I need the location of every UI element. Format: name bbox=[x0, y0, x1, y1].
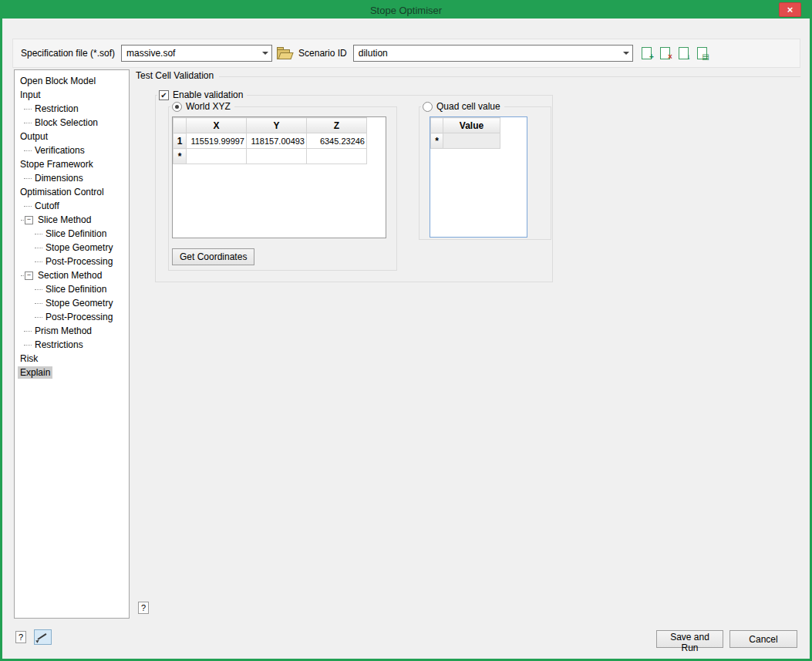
tree-item-prism-method[interactable]: Prism Method bbox=[15, 324, 129, 338]
corner-cell bbox=[174, 118, 187, 133]
scenario-actions: + × ↓ ▤ bbox=[640, 47, 709, 60]
notes-pencil-icon[interactable] bbox=[34, 629, 52, 645]
tree-item-verifications[interactable]: Verifications bbox=[15, 143, 129, 157]
tree-item-slice-definition-1[interactable]: Slice Definition bbox=[15, 227, 129, 241]
header-row: Value bbox=[431, 118, 500, 133]
value-grid[interactable]: Value * bbox=[430, 116, 527, 238]
tree-item-open-block-model[interactable]: Open Block Model bbox=[15, 74, 129, 88]
tree-item-output[interactable]: Output bbox=[15, 130, 129, 143]
cell-y[interactable]: 118157.00493 bbox=[247, 133, 307, 149]
enable-validation-legend: ✔ Enable validation bbox=[157, 89, 247, 100]
quad-cell-radio[interactable] bbox=[423, 102, 433, 112]
cell-x[interactable] bbox=[187, 149, 247, 164]
tree-item-restrictions[interactable]: Restrictions bbox=[15, 338, 129, 352]
scenario-combobox[interactable]: dilution bbox=[353, 45, 633, 62]
chevron-down-icon[interactable] bbox=[259, 46, 271, 61]
header-row: X Y Z bbox=[174, 118, 367, 133]
scenario-add-icon[interactable]: + bbox=[640, 47, 653, 60]
cell-value[interactable] bbox=[443, 133, 500, 149]
tree-item-stope-geometry-1[interactable]: Stope Geometry bbox=[15, 241, 129, 255]
tree-item-stope-framework[interactable]: Stope Framework bbox=[15, 157, 129, 171]
corner-cell bbox=[431, 118, 443, 133]
row-header: * bbox=[174, 149, 187, 164]
cell-z[interactable]: 6345.23246 bbox=[307, 133, 367, 149]
column-header-x[interactable]: X bbox=[187, 118, 247, 133]
spec-file-value: massive.sof bbox=[122, 48, 259, 59]
tree-item-cutoff[interactable]: Cutoff bbox=[15, 199, 129, 213]
cell-x[interactable]: 115519.99997 bbox=[187, 133, 247, 149]
column-header-z[interactable]: Z bbox=[307, 118, 367, 133]
tree-item-restriction[interactable]: Restriction bbox=[15, 102, 129, 116]
titlebar[interactable]: Stope Optimiser × bbox=[2, 2, 810, 19]
window-title: Stope Optimiser bbox=[370, 5, 442, 16]
row-header: 1 bbox=[174, 133, 187, 149]
enable-validation-checkbox[interactable]: ✔ bbox=[159, 90, 169, 100]
tree-item-slice-method[interactable]: −Slice Method bbox=[15, 213, 129, 227]
quad-cell-group: Quad cell value Value * bbox=[419, 101, 551, 240]
table-row: * bbox=[174, 149, 367, 164]
row-header: * bbox=[431, 133, 443, 149]
scenario-id-label: Scenario ID bbox=[298, 48, 347, 59]
navigation-tree: Open Block Model Input Restriction Block… bbox=[14, 69, 130, 619]
quad-cell-label: Quad cell value bbox=[436, 101, 500, 112]
table-row: 1 115519.99997 118157.00493 6345.23246 bbox=[174, 133, 367, 149]
check-icon: ✔ bbox=[160, 91, 167, 99]
world-xyz-group: World XYZ X Y Z bbox=[168, 101, 397, 271]
spec-file-label: Specification file (*.sof) bbox=[21, 48, 115, 59]
cell-z[interactable] bbox=[307, 149, 367, 164]
tree-item-explain[interactable]: Explain bbox=[15, 366, 129, 379]
tree-item-post-processing-2[interactable]: Post-Processing bbox=[15, 310, 129, 324]
tree-item-slice-definition-2[interactable]: Slice Definition bbox=[15, 282, 129, 296]
enable-validation-label: Enable validation bbox=[173, 89, 243, 100]
collapse-icon[interactable]: − bbox=[25, 216, 33, 224]
tree-item-section-method[interactable]: −Section Method bbox=[15, 268, 129, 282]
group-title: Test Cell Validation bbox=[136, 70, 219, 81]
tree-item-block-selection[interactable]: Block Selection bbox=[15, 116, 129, 130]
tree-item-input[interactable]: Input bbox=[15, 88, 129, 102]
get-coordinates-button[interactable]: Get Coordinates bbox=[172, 248, 254, 265]
column-header-y[interactable]: Y bbox=[247, 118, 307, 133]
quad-cell-legend: Quad cell value bbox=[421, 101, 504, 112]
panel-help-icon[interactable]: ? bbox=[138, 602, 149, 614]
tree-item-post-processing-1[interactable]: Post-Processing bbox=[15, 255, 129, 268]
scenario-import-icon[interactable]: ↓ bbox=[677, 47, 690, 60]
group-divider bbox=[219, 76, 800, 77]
tree-item-risk[interactable]: Risk bbox=[15, 352, 129, 366]
save-and-run-button[interactable]: Save and Run bbox=[656, 630, 723, 648]
test-cell-validation-group: Test Cell Validation bbox=[136, 69, 800, 81]
collapse-icon[interactable]: − bbox=[25, 271, 33, 280]
tree-item-stope-geometry-2[interactable]: Stope Geometry bbox=[15, 296, 129, 310]
dialog-help-icon[interactable]: ? bbox=[15, 631, 26, 643]
browse-folder-icon[interactable] bbox=[277, 47, 292, 59]
world-xyz-label: World XYZ bbox=[186, 101, 231, 112]
close-button[interactable]: × bbox=[779, 2, 801, 17]
tree-item-dimensions[interactable]: Dimensions bbox=[15, 171, 129, 185]
coordinates-grid[interactable]: X Y Z 1 115519.99997 118157.00493 6345.2… bbox=[172, 116, 386, 238]
spec-file-combobox[interactable]: massive.sof bbox=[121, 45, 272, 62]
cell-y[interactable] bbox=[247, 149, 307, 164]
table-row: * bbox=[431, 133, 500, 149]
enable-validation-group: ✔ Enable validation World XYZ bbox=[155, 89, 553, 282]
scenario-delete-icon[interactable]: × bbox=[659, 47, 672, 60]
tree-item-optimisation-control[interactable]: Optimisation Control bbox=[15, 185, 129, 199]
column-header-value[interactable]: Value bbox=[443, 118, 500, 133]
world-xyz-radio[interactable] bbox=[172, 102, 182, 112]
scenario-export-icon[interactable]: ▤ bbox=[696, 47, 709, 60]
cancel-button[interactable]: Cancel bbox=[729, 630, 797, 648]
main-panel: Test Cell Validation ✔ Enable validation… bbox=[136, 69, 800, 619]
dialog-client-area: Specification file (*.sof) massive.sof S… bbox=[2, 19, 810, 659]
toolbar: Specification file (*.sof) massive.sof S… bbox=[12, 39, 800, 68]
scenario-value: dilution bbox=[354, 48, 620, 59]
stope-optimiser-dialog: Stope Optimiser × Specification file (*.… bbox=[0, 0, 812, 661]
world-xyz-legend: World XYZ bbox=[170, 101, 234, 112]
chevron-down-icon[interactable] bbox=[620, 46, 632, 61]
